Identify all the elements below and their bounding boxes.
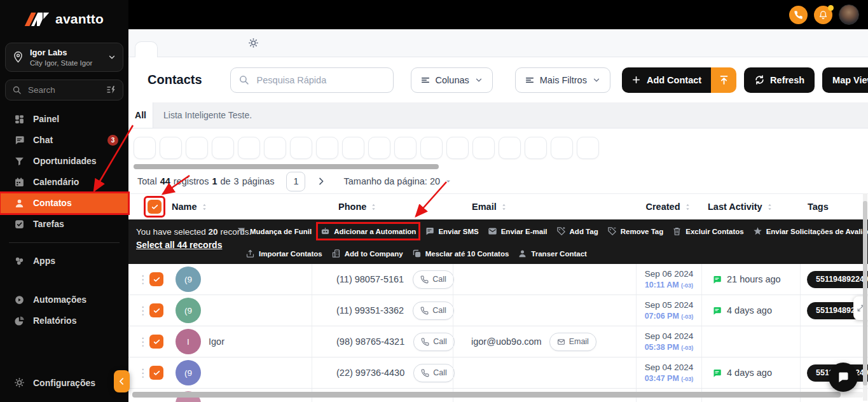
alphabet-scrollbar[interactable]: [134, 164, 863, 169]
row-checkbox[interactable]: [149, 335, 163, 349]
bulk-action[interactable]: Importar Contatos: [245, 249, 322, 258]
avatar[interactable]: I: [176, 329, 201, 354]
sidebar-item[interactable]: Painel: [0, 109, 128, 130]
alphabet-chip[interactable]: [160, 137, 182, 159]
sidebar-item[interactable]: Oportunidades: [0, 151, 128, 172]
profile-avatar[interactable]: [839, 4, 859, 25]
avatar[interactable]: (9: [176, 298, 201, 323]
alphabet-chip[interactable]: [342, 137, 364, 159]
avatar[interactable]: (9: [176, 267, 201, 292]
row-drag-handle-icon[interactable]: ⋮: [137, 335, 145, 349]
bulk-action[interactable]: Transer Contact: [518, 249, 587, 258]
row-drag-handle-icon[interactable]: ⋮: [137, 273, 145, 286]
bulk-action[interactable]: Mesclar até 10 Contatos: [412, 249, 509, 258]
bulk-action[interactable]: Excluir Contatos: [672, 226, 743, 236]
columns-button[interactable]: Colunas: [411, 67, 493, 93]
more-filters-button[interactable]: Mais Filtros: [515, 67, 610, 93]
sort-created[interactable]: [684, 203, 692, 211]
tab[interactable]: [135, 41, 158, 57]
alphabet-chip[interactable]: [551, 137, 573, 159]
row-drag-handle-icon[interactable]: ⋮: [137, 304, 145, 317]
settings-gear-icon[interactable]: [248, 38, 259, 48]
alphabet-chip[interactable]: [290, 137, 312, 159]
sidebar-item[interactable]: Chat 3: [0, 130, 128, 151]
row-checkbox[interactable]: [149, 303, 163, 317]
sort-name[interactable]: [200, 203, 209, 211]
bulk-action[interactable]: Remove Tag: [607, 226, 664, 236]
tag-pill[interactable]: 5511948922493: [807, 271, 868, 288]
bulk-action[interactable]: Enviar Solicitações de Avaliação: [753, 226, 868, 236]
sidebar-item[interactable]: Relatórios: [0, 310, 128, 331]
sort-phone[interactable]: [369, 203, 378, 211]
sidebar-item[interactable]: Contatos: [0, 193, 128, 214]
phone-button[interactable]: [789, 6, 808, 24]
bulk-action[interactable]: Mudança de Funil: [237, 226, 312, 236]
bulk-action[interactable]: Adicionar a Automation: [320, 226, 416, 236]
alphabet-chip[interactable]: [368, 137, 390, 159]
alphabet-chip[interactable]: [212, 137, 234, 159]
select-all-checkbox[interactable]: [148, 200, 162, 214]
tab-all[interactable]: All: [128, 102, 153, 128]
table-row[interactable]: ⋮ (9 (22) 99736-4430 Call: [128, 357, 868, 389]
next-page-button[interactable]: [316, 176, 326, 186]
call-button[interactable]: Call: [413, 302, 454, 320]
row-checkbox[interactable]: [149, 272, 163, 286]
tab[interactable]: [223, 41, 244, 57]
sidebar-search-input[interactable]: [27, 85, 93, 95]
alphabet-chip[interactable]: [186, 137, 208, 159]
sort-activity[interactable]: [766, 203, 774, 211]
location-switcher[interactable]: Igor Labs City Igor, State Igor: [5, 43, 123, 72]
call-button[interactable]: Call: [413, 364, 455, 382]
bulk-action[interactable]: Add Tag: [556, 226, 598, 236]
row-checkbox[interactable]: [149, 366, 163, 380]
add-contact-button[interactable]: Add Contact: [622, 67, 736, 93]
chat-launcher-button[interactable]: [829, 363, 858, 392]
vertical-scrollbar[interactable]: [863, 193, 867, 401]
email-button[interactable]: Email: [549, 333, 596, 351]
alphabet-chip[interactable]: [238, 137, 260, 159]
call-button[interactable]: Call: [413, 333, 455, 351]
notifications-button[interactable]: [814, 6, 832, 24]
tab-smart-list[interactable]: Lista Inteligente Teste.: [163, 102, 252, 128]
table-row[interactable]: ⋮ I Igor (98) 98765-4321 Call: [128, 326, 868, 357]
sidebar-item[interactable]: Apps: [0, 251, 128, 272]
quick-search-input[interactable]: [256, 74, 385, 86]
alphabet-chip[interactable]: [264, 137, 286, 159]
alphabet-chip[interactable]: [472, 137, 495, 159]
alphabet-chip[interactable]: [316, 137, 338, 159]
alphabet-chip[interactable]: [577, 137, 599, 159]
sidebar-item[interactable]: Automações: [0, 289, 128, 310]
alphabet-chip[interactable]: [499, 137, 521, 159]
tab[interactable]: [179, 41, 201, 57]
map-viewer-button[interactable]: Map Viewer: [822, 67, 868, 93]
horizontal-scrollbar[interactable]: [132, 392, 864, 398]
sort-email[interactable]: [500, 203, 508, 211]
page-number-box[interactable]: 1: [286, 172, 305, 191]
call-button[interactable]: Call: [413, 270, 454, 289]
alphabet-chip[interactable]: [134, 137, 156, 159]
import-contacts-split-button[interactable]: [711, 67, 736, 93]
quick-search[interactable]: [230, 67, 394, 93]
page-size-select[interactable]: Tamanho da página: 20: [343, 176, 453, 186]
alphabet-chip[interactable]: [525, 137, 547, 159]
alphabet-chip[interactable]: [446, 137, 469, 159]
alphabet-chip[interactable]: [420, 137, 443, 159]
tab[interactable]: [158, 41, 179, 57]
sidebar-collapse-button[interactable]: [114, 370, 130, 392]
table-row[interactable]: ⋮ (9 (11) 98057-5161 Call: [128, 264, 868, 295]
bulk-action[interactable]: Add to Company: [331, 249, 403, 258]
sidebar-item[interactable]: Calendário: [0, 172, 128, 193]
contact-name[interactable]: Igor: [209, 336, 224, 347]
alphabet-chip[interactable]: [394, 137, 417, 159]
sidebar-item[interactable]: Configurações: [0, 372, 128, 393]
select-all-link[interactable]: Select all 44 records: [136, 240, 251, 250]
avatar[interactable]: (9: [176, 360, 201, 385]
table-row[interactable]: ⋮ (9 (11) 99351-3362 Call: [128, 295, 868, 326]
bulk-action[interactable]: Enviar SMS: [425, 226, 478, 236]
sidebar-search[interactable]: [5, 80, 123, 100]
refresh-button[interactable]: Refresh: [744, 67, 815, 93]
bulk-action[interactable]: Enviar E-mail: [488, 226, 548, 236]
row-drag-handle-icon[interactable]: ⋮: [137, 366, 145, 380]
sidebar-item[interactable]: Tarefas: [0, 214, 128, 235]
tab[interactable]: [201, 41, 223, 57]
